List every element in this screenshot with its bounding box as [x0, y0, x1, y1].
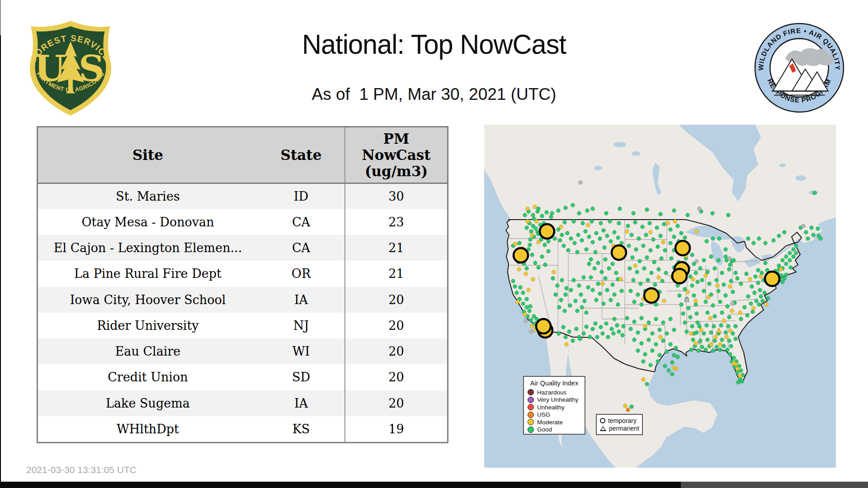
permanent-marker-icon — [600, 426, 606, 431]
table-row: Rider UniversityNJ20 — [38, 313, 447, 338]
monitor-dot — [582, 332, 586, 336]
monitor-dot — [651, 349, 655, 353]
monitor-dot — [650, 271, 654, 275]
monitor-dot — [700, 345, 704, 349]
monitor-dot — [660, 257, 664, 261]
monitor-dot — [728, 352, 732, 357]
monitor-dot — [691, 338, 695, 342]
monitor-dot — [816, 227, 820, 231]
monitor-dot — [726, 348, 730, 352]
monitor-dot — [607, 267, 611, 271]
site-cell: Eau Claire — [38, 338, 258, 364]
monitor-dot — [610, 327, 614, 331]
monitor-dot — [698, 339, 703, 343]
monitor-dot — [586, 286, 590, 290]
nowcast-cell: 20 — [345, 313, 447, 338]
monitor-dot — [779, 267, 783, 272]
monitor-dot — [609, 239, 613, 244]
monitor-dot — [635, 270, 639, 274]
monitor-dot — [705, 239, 709, 244]
monitor-dot — [521, 302, 525, 306]
table-header-row: SiteStatePM NowCast (ug/m3) — [38, 127, 447, 183]
monitor-dot — [694, 303, 698, 307]
temporary-marker-icon — [600, 418, 605, 423]
monitor-dot — [709, 343, 713, 347]
monitor-dot — [670, 361, 675, 365]
monitor-dot — [740, 380, 744, 384]
monitor-dot — [669, 228, 673, 232]
monitor-dot — [694, 342, 698, 346]
monitor-dot — [759, 275, 763, 279]
monitor-dot — [531, 277, 535, 282]
monitor-dot — [729, 344, 733, 348]
monitor-dot — [602, 302, 606, 306]
monitor-dot — [526, 220, 530, 224]
monitor-dot — [589, 276, 593, 280]
monitor-dot — [717, 237, 722, 241]
monitor-dot — [549, 215, 553, 219]
monitor-dot — [749, 302, 753, 306]
legend-item-permanent: permanent — [600, 425, 639, 433]
monitor-dot — [579, 181, 583, 185]
monitor-dot — [605, 288, 609, 292]
monitor-dot — [657, 276, 661, 280]
monitor-dot — [524, 319, 528, 323]
monitor-dot — [511, 279, 515, 283]
table-row: Lake SugemaIA20 — [38, 390, 447, 416]
monitor-dot — [728, 257, 732, 261]
monitor-dot — [625, 316, 629, 320]
legend-swatch — [528, 397, 534, 403]
state-cell: IA — [258, 390, 345, 416]
monitor-dot — [564, 206, 568, 210]
monitor-dot — [706, 270, 710, 274]
monitor-dot — [531, 213, 535, 217]
monitor-dot — [788, 251, 792, 255]
monitor-dot — [617, 221, 621, 225]
monitor-dot — [604, 322, 609, 326]
monitor-dot — [738, 374, 742, 378]
monitor-dot — [695, 259, 699, 263]
legend-swatch — [528, 419, 534, 425]
monitor-dot — [573, 241, 577, 245]
monitor-dot — [772, 239, 776, 243]
monitor-dot — [659, 212, 663, 216]
monitor-dot — [614, 271, 618, 275]
monitor-dot — [678, 294, 682, 298]
bottom-bar — [0, 482, 681, 488]
monitor-dot — [632, 320, 637, 324]
site-cell: Otay Mesa - Donovan — [38, 209, 258, 235]
monitor-dot — [565, 343, 569, 347]
top-site-marker — [540, 224, 554, 239]
monitor-dot — [683, 321, 687, 325]
legend-swatch — [528, 404, 534, 410]
legend-label: Hazardous — [537, 389, 566, 396]
monitor-dot — [648, 221, 652, 225]
monitor-dot — [633, 221, 637, 225]
monitor-dot — [695, 331, 699, 335]
monitor-dot — [594, 322, 598, 326]
table-row: Otay Mesa - DonovanCA23 — [38, 209, 447, 235]
monitor-dot — [739, 317, 743, 321]
window-edge-line — [0, 0, 1, 35]
monitor-dot — [640, 342, 644, 346]
monitor-dot — [732, 361, 736, 366]
monitor-dot — [598, 237, 602, 241]
monitor-dot — [777, 264, 781, 268]
monitor-dot — [591, 240, 595, 244]
monitor-dot — [758, 288, 762, 292]
monitor-dot — [756, 268, 760, 272]
monitor-dot — [788, 258, 792, 263]
table-row: Credit UnionSD20 — [38, 364, 447, 390]
legend-item-very-unhealthy: Very Unhealthy — [528, 396, 581, 404]
monitor-dot — [792, 255, 796, 259]
monitor-dot — [689, 348, 693, 352]
monitor-dot — [751, 310, 755, 314]
monitor-dot — [594, 231, 599, 235]
monitor-dot — [783, 277, 787, 281]
monitor-dot — [698, 324, 702, 328]
monitor-dot — [601, 332, 605, 336]
monitor-dot — [711, 211, 715, 216]
monitor-dot — [784, 262, 788, 266]
monitor-dot — [537, 240, 541, 244]
monitor-dot — [587, 262, 591, 266]
